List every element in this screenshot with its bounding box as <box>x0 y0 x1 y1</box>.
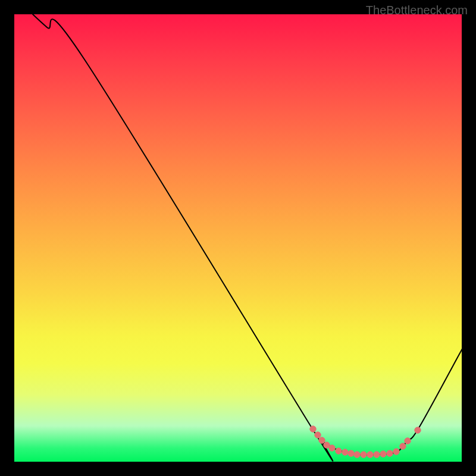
chart-marker <box>400 443 406 449</box>
chart-marker <box>329 445 335 451</box>
chart-marker <box>393 449 399 455</box>
chart-marker <box>310 426 316 432</box>
chart-marker <box>336 448 342 454</box>
chart-marker <box>354 452 360 458</box>
chart-plot-area <box>14 14 462 462</box>
chart-marker <box>387 450 393 456</box>
chart-svg <box>14 14 462 462</box>
chart-marker <box>415 427 421 433</box>
chart-marker <box>374 452 380 458</box>
chart-marker <box>367 452 373 458</box>
chart-marker <box>315 432 321 438</box>
chart-markers <box>310 426 421 458</box>
chart-marker <box>405 438 411 444</box>
chart-marker <box>342 449 348 455</box>
chart-marker <box>319 437 325 443</box>
chart-marker <box>361 452 367 458</box>
chart-marker <box>380 451 386 457</box>
chart-marker <box>348 450 354 456</box>
chart-curve <box>33 14 463 461</box>
watermark-text: TheBottleneck.com <box>366 4 468 17</box>
